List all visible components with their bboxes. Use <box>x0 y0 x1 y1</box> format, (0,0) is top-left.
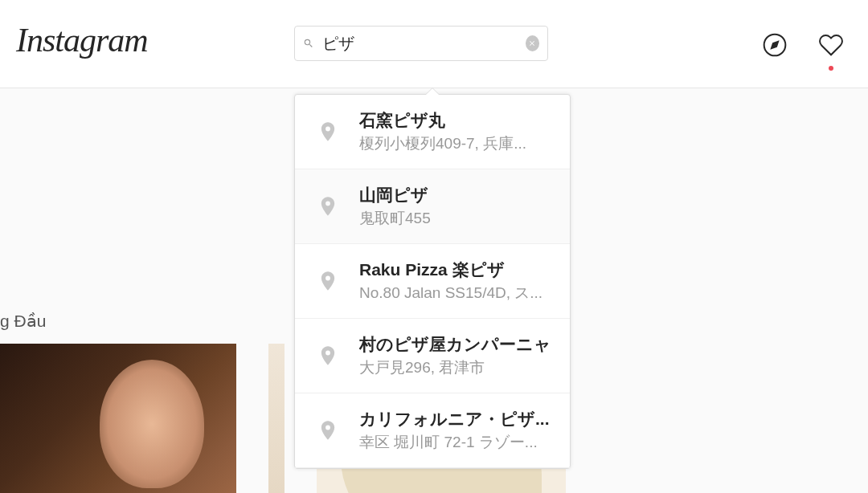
notification-dot <box>829 66 833 71</box>
result-title: 村のピザ屋カンパーニャ <box>359 333 554 356</box>
results-list[interactable]: 石窯ピザ丸榎列小榎列409-7, 兵庫...山岡ピザ鬼取町455Raku Piz… <box>295 95 570 468</box>
svg-marker-1 <box>770 40 779 49</box>
app-header: Instagram 石窯ピザ丸榎列小榎列409-7, 兵庫...山岡ピザ鬼取町4… <box>0 0 868 88</box>
result-text: 山岡ピザ鬼取町455 <box>359 184 554 229</box>
compass-icon <box>762 32 788 58</box>
result-text: 石窯ピザ丸榎列小榎列409-7, 兵庫... <box>359 109 554 154</box>
result-text: 村のピザ屋カンパーニャ大戸見296, 君津市 <box>359 333 554 378</box>
result-subtitle: 鬼取町455 <box>359 208 554 229</box>
explore-button[interactable] <box>762 32 788 61</box>
activity-button[interactable] <box>818 32 844 61</box>
result-subtitle: No.80 Jalan SS15/4D, ス... <box>359 283 554 304</box>
search-result-item[interactable]: 山岡ピザ鬼取町455 <box>295 169 570 244</box>
clear-search-button[interactable] <box>526 35 539 51</box>
result-subtitle: 幸区 堀川町 72-1 ラゾー... <box>359 432 554 453</box>
close-icon <box>528 39 536 47</box>
instagram-logo[interactable]: Instagram <box>16 21 148 59</box>
nav-icons <box>762 32 844 61</box>
search-result-item[interactable]: 石窯ピザ丸榎列小榎列409-7, 兵庫... <box>295 95 570 169</box>
result-subtitle: 榎列小榎列409-7, 兵庫... <box>359 133 554 154</box>
location-pin-icon <box>311 264 345 298</box>
result-title: Raku Pizza 楽ピザ <box>359 259 554 281</box>
search-wrapper: 石窯ピザ丸榎列小榎列409-7, 兵庫...山岡ピザ鬼取町455Raku Piz… <box>294 26 548 61</box>
search-input[interactable] <box>322 35 526 53</box>
search-results-dropdown: 石窯ピザ丸榎列小榎列409-7, 兵庫...山岡ピザ鬼取町455Raku Piz… <box>294 94 571 469</box>
result-title: 石窯ピザ丸 <box>359 109 554 132</box>
search-result-item[interactable]: カリフォルニア・ピザ...幸区 堀川町 72-1 ラゾー... <box>295 393 570 468</box>
search-box[interactable] <box>294 26 548 61</box>
location-pin-icon <box>311 115 345 149</box>
result-text: Raku Pizza 楽ピザNo.80 Jalan SS15/4D, ス... <box>359 259 554 304</box>
search-icon <box>303 37 314 50</box>
search-result-item[interactable]: 村のピザ屋カンパーニャ大戸見296, 君津市 <box>295 319 570 393</box>
result-subtitle: 大戸見296, 君津市 <box>359 357 554 378</box>
location-pin-icon <box>311 189 345 223</box>
feed-label-partial: g Đầu <box>0 312 46 331</box>
result-title: 山岡ピザ <box>359 184 554 206</box>
location-pin-icon <box>311 339 345 373</box>
feed-photo[interactable] <box>0 344 236 493</box>
location-pin-icon <box>311 414 345 447</box>
search-result-item[interactable]: Raku Pizza 楽ピザNo.80 Jalan SS15/4D, ス... <box>295 244 570 319</box>
feed-photo[interactable] <box>268 344 285 493</box>
result-title: カリフォルニア・ピザ... <box>359 408 554 430</box>
result-text: カリフォルニア・ピザ...幸区 堀川町 72-1 ラゾー... <box>359 408 554 453</box>
heart-icon <box>818 32 844 58</box>
